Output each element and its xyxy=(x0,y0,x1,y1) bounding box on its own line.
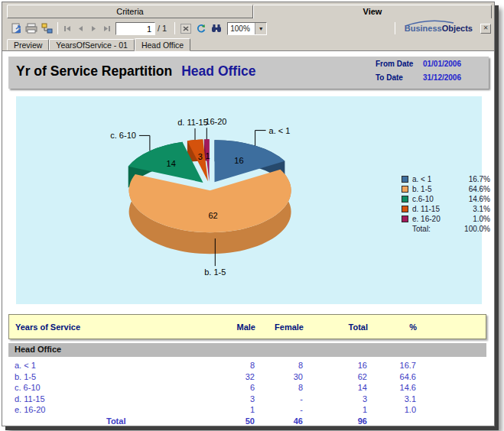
report-page: Yr of Service RepartitionHead Office Fro… xyxy=(2,51,494,426)
to-date-value: 31/12/2006 xyxy=(418,73,461,82)
export-icon[interactable] xyxy=(8,21,24,35)
close-icon[interactable]: ✕ xyxy=(480,24,491,34)
previous-page-button[interactable] xyxy=(74,22,87,34)
slice-callout-label: a. < 1 xyxy=(269,126,291,135)
report-tab-head-office[interactable]: Head Office xyxy=(135,38,190,51)
logo-swoosh xyxy=(403,19,457,27)
toolbar-separator xyxy=(174,22,175,34)
date-range: From Date 01/01/2006 To Date 31/12/2006 xyxy=(376,60,461,82)
report-title-bar: Yr of Service RepartitionHead Office Fro… xyxy=(8,57,489,89)
table-row: c. 6-10681414.6 xyxy=(8,382,486,394)
table-total-row: Total504696 xyxy=(8,416,486,426)
table-row: d. 11-153-33.1 xyxy=(8,394,486,405)
table-row: a. < 1881616.7 xyxy=(8,360,486,371)
zoom-value: 100% xyxy=(228,23,255,34)
report-title: Yr of Service Repartition xyxy=(16,63,172,79)
report-tab-preview[interactable]: Preview xyxy=(7,39,49,50)
application-window: Criteria View / 1 xyxy=(2,2,495,426)
chevron-down-icon[interactable]: ▼ xyxy=(255,23,266,34)
toolbar-separator xyxy=(395,22,395,34)
to-date-label: To Date xyxy=(376,73,418,82)
zoom-select[interactable]: 100% ▼ xyxy=(227,22,267,35)
column-years-of-service: Years of Service xyxy=(9,322,162,332)
pie-chart-panel: 16621431a. < 1b. 1-5c. 6-10d. 11-1516-20… xyxy=(16,96,482,304)
toolbar: / 1 100% ▼ BusinessObjects ✕ xyxy=(2,18,494,38)
legend-total: Total:100.0% xyxy=(402,224,490,234)
column-total: Total xyxy=(304,322,368,332)
legend-swatch xyxy=(402,176,408,183)
first-page-button[interactable] xyxy=(61,22,74,34)
table-row: e. 16-201-11.0 xyxy=(8,404,486,416)
legend-swatch xyxy=(402,196,408,203)
legend-swatch xyxy=(402,186,408,193)
businessobjects-logo: BusinessObjects xyxy=(405,24,473,33)
group-tree-icon[interactable] xyxy=(39,21,54,35)
print-icon[interactable] xyxy=(24,21,39,35)
slice-value-label: 14 xyxy=(167,159,176,168)
slice-value-label: 1 xyxy=(206,151,210,160)
legend-item: e. 16-201.0% xyxy=(402,214,490,224)
report-tab-yearsofservice-01[interactable]: YearsOfService - 01 xyxy=(49,39,135,50)
last-page-button[interactable] xyxy=(100,22,113,34)
slice-value-label: 16 xyxy=(234,156,243,165)
tab-criteria[interactable]: Criteria xyxy=(7,5,253,18)
toolbar-separator xyxy=(57,22,58,34)
legend-item: a. < 116.7% xyxy=(402,174,490,184)
report-subtitle: Head Office xyxy=(181,63,255,79)
legend-swatch xyxy=(402,216,408,222)
legend-item: c.6-1014.6% xyxy=(402,194,490,204)
page-number-input[interactable] xyxy=(115,22,155,35)
from-date-label: From Date xyxy=(376,60,418,68)
table-row: b. 1-532306264.6 xyxy=(8,371,486,383)
callout-line xyxy=(255,131,266,146)
legend-item: d. 11-153.1% xyxy=(402,204,490,214)
from-date-value: 01/01/2006 xyxy=(418,60,461,68)
table-body: a. < 1881616.7b. 1-532306264.6c. 6-10681… xyxy=(8,357,486,426)
slice-callout-label: b. 1-5 xyxy=(204,267,226,277)
stop-icon[interactable] xyxy=(178,21,193,35)
column-percent: % xyxy=(368,322,417,332)
column-female: Female xyxy=(255,322,304,332)
slice-callout-label: d. 11-15 xyxy=(177,118,208,127)
column-male: Male xyxy=(162,322,255,332)
slice-value-label: 3 xyxy=(198,152,203,161)
next-page-button[interactable] xyxy=(87,22,100,34)
table-header: Years of Service Male Female Total % xyxy=(8,314,486,339)
legend-item: b. 1-564.6% xyxy=(402,184,490,194)
legend-swatch xyxy=(402,206,408,212)
chart-legend: a. < 116.7%b. 1-564.6%c.6-1014.6%d. 11-1… xyxy=(402,174,490,234)
search-icon[interactable] xyxy=(209,21,224,35)
mode-tab-strip: Criteria View xyxy=(2,2,494,18)
tab-view[interactable]: View xyxy=(253,5,492,18)
report-tab-strip: PreviewYearsOfService - 01Head Office xyxy=(2,38,494,51)
slice-value-label: 62 xyxy=(208,211,217,220)
refresh-icon[interactable] xyxy=(193,21,209,35)
slice-callout-label: c. 6-10 xyxy=(110,131,136,140)
group-band: Head Office xyxy=(8,343,486,357)
callout-line xyxy=(139,135,150,151)
slice-callout-label: 16-20 xyxy=(205,117,226,126)
page-count-label: / 1 xyxy=(158,24,167,33)
